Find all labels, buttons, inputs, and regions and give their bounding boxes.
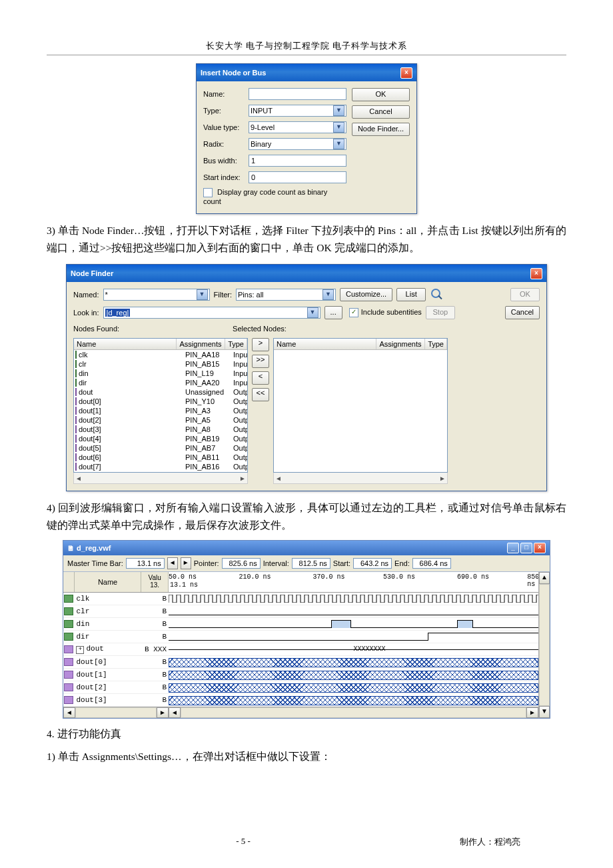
node-type: Outpu <box>233 444 248 452</box>
node-finder-button[interactable]: Node Finder... <box>352 123 410 136</box>
nodes-found-list[interactable]: Name Assignments Type clkPIN_AA18Inputcl… <box>73 338 248 473</box>
col-type[interactable]: Type <box>225 339 247 349</box>
signal-value: B XXX <box>141 645 169 653</box>
signal-row[interactable]: clrB <box>63 605 169 618</box>
filter-select[interactable]: Pins: all▼ <box>236 289 336 301</box>
waveform-row[interactable] <box>169 605 538 618</box>
lookin-select[interactable]: |d_reg|▼ <box>103 307 320 319</box>
chevron-down-icon[interactable]: ▼ <box>197 289 208 300</box>
scroll-left-icon[interactable]: ◄ <box>63 707 75 718</box>
chevron-down-icon[interactable]: ▼ <box>333 105 344 116</box>
signal-row[interactable]: dout[2]B <box>63 681 169 694</box>
input-pin-icon <box>75 379 77 387</box>
col-assignments[interactable]: Assignments <box>177 339 225 349</box>
radix-select[interactable]: Binary▼ <box>249 138 346 150</box>
col-assignments[interactable]: Assignments <box>376 339 425 349</box>
waveform-row[interactable] <box>169 694 538 707</box>
chevron-down-icon[interactable]: ▼ <box>307 307 318 318</box>
signal-row[interactable]: dout[0]B <box>63 656 169 669</box>
cancel-button[interactable]: Cancel <box>352 105 410 119</box>
signal-row[interactable]: dout[1]B <box>63 669 169 681</box>
col-type[interactable]: Type <box>425 339 447 349</box>
move-all-right-button[interactable]: >> <box>252 355 269 368</box>
customize-button[interactable]: Customize... <box>340 288 392 301</box>
name-input[interactable] <box>249 88 346 100</box>
node-row[interactable]: dout[4]PIN_AB19Outpu <box>74 434 247 443</box>
signal-row[interactable]: +doutB XXX <box>63 643 169 656</box>
node-row[interactable]: doutUnassignedOutpu <box>74 387 247 397</box>
expand-icon[interactable]: + <box>76 646 84 654</box>
signal-row[interactable]: dinB <box>63 618 169 631</box>
signal-row[interactable]: dirB <box>63 631 169 643</box>
scroll-down-icon[interactable]: ▼ <box>539 706 550 718</box>
ok-button[interactable]: OK <box>510 288 540 301</box>
chevron-down-icon[interactable]: ▼ <box>333 122 344 133</box>
waveform-row[interactable]: XXXXXXXX <box>169 643 538 656</box>
node-row[interactable]: dout[6]PIN_AB11Outpu <box>74 453 247 462</box>
signal-row[interactable]: clkB <box>63 593 169 605</box>
close-icon[interactable]: × <box>534 543 546 553</box>
browse-button[interactable]: ... <box>324 306 342 319</box>
scroll-left-icon[interactable]: ◄ <box>169 707 181 718</box>
output-pin-icon <box>63 657 73 667</box>
named-value: * <box>105 291 108 299</box>
move-right-button[interactable]: > <box>252 338 269 351</box>
h-scrollbar[interactable]: ◄► <box>273 473 448 484</box>
prev-button[interactable]: ◄ <box>167 557 178 569</box>
chevron-down-icon[interactable]: ▼ <box>333 139 344 149</box>
waveform-row[interactable] <box>169 593 538 605</box>
move-left-button[interactable]: < <box>252 371 269 385</box>
named-select[interactable]: *▼ <box>103 289 210 301</box>
waveform-row[interactable] <box>169 681 538 694</box>
nodes-found-label: Nodes Found: <box>73 325 119 333</box>
node-row[interactable]: dout[3]PIN_A8Outpu <box>74 425 247 434</box>
node-row[interactable]: dout[1]PIN_A3Outpu <box>74 406 247 415</box>
value-column-header[interactable]: Valu 13. <box>141 572 169 592</box>
signal-value: B <box>141 633 169 641</box>
scroll-track[interactable] <box>75 707 157 718</box>
waveform-row[interactable] <box>169 631 538 643</box>
scroll-track[interactable] <box>181 707 526 718</box>
next-button[interactable]: ► <box>181 557 191 569</box>
waveform-row[interactable] <box>169 669 538 681</box>
node-row[interactable]: dout[2]PIN_A5Outpu <box>74 415 247 425</box>
node-row[interactable]: dirPIN_AA20Input <box>74 378 247 387</box>
col-name[interactable]: Name <box>74 339 177 349</box>
scroll-right-icon[interactable]: ► <box>526 707 538 718</box>
include-subentities-checkbox[interactable] <box>349 308 358 317</box>
minimize-icon[interactable]: _ <box>507 543 519 553</box>
start-index-input[interactable] <box>249 171 346 183</box>
footer-author: 制作人：程鸿亮 <box>366 836 613 848</box>
close-icon[interactable]: × <box>530 268 542 279</box>
node-row[interactable]: dout[0]PIN_Y10Outpu <box>74 397 247 406</box>
waveform-row[interactable] <box>169 618 538 631</box>
h-scrollbar[interactable]: ◄► <box>73 473 248 484</box>
node-row[interactable]: dout[7]PIN_AB16Outpu <box>74 462 247 471</box>
node-row[interactable]: dinPIN_L19Input <box>74 369 247 378</box>
scroll-up-icon[interactable]: ▲ <box>539 572 550 584</box>
gray-code-checkbox[interactable] <box>203 188 213 197</box>
close-icon[interactable]: × <box>400 67 412 79</box>
bus-width-input[interactable] <box>249 155 346 167</box>
col-name[interactable]: Name <box>274 339 376 349</box>
cancel-button[interactable]: Cancel <box>505 306 540 319</box>
name-column-header[interactable]: Name <box>75 572 141 592</box>
maximize-icon[interactable]: □ <box>520 543 532 553</box>
node-row[interactable]: clkPIN_AA18Input <box>74 350 247 359</box>
node-name: dout[7] <box>79 463 185 471</box>
signal-row[interactable]: dout[3]B <box>63 694 169 707</box>
scroll-track[interactable] <box>539 584 550 706</box>
value-type-select[interactable]: 9-Level▼ <box>249 121 346 133</box>
selected-nodes-list[interactable]: Name Assignments Type <box>273 338 448 473</box>
node-row[interactable]: clrPIN_AB15Input <box>74 359 247 369</box>
waveform-row[interactable] <box>169 656 538 669</box>
move-all-left-button[interactable]: << <box>252 388 269 401</box>
list-button[interactable]: List <box>396 288 426 301</box>
master-time-value[interactable]: 13.1 ns <box>126 558 165 569</box>
node-row[interactable]: dout[5]PIN_AB7Outpu <box>74 443 247 453</box>
chevron-down-icon[interactable]: ▼ <box>322 289 334 300</box>
type-select[interactable]: INPUT▼ <box>249 105 346 117</box>
ok-button[interactable]: OK <box>352 88 410 101</box>
signal-name: clk <box>73 595 141 603</box>
scroll-right-icon[interactable]: ► <box>157 707 169 718</box>
